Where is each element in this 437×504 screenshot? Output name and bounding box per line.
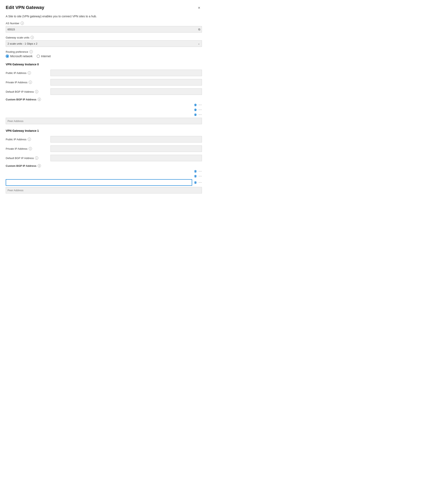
routing-option-internet[interactable]: Internet (37, 55, 51, 58)
instance1-default-bgp-label: Default BGP IP Address i (6, 156, 50, 160)
instance0-default-bgp-input[interactable] (50, 88, 202, 95)
instance0-default-bgp-info-icon[interactable]: i (35, 90, 38, 93)
instance1-private-ip-input-wrapper (50, 145, 202, 152)
instance0-bgp-row-3: ··· (6, 113, 202, 116)
instance0-bgp-delete-2-button[interactable] (194, 108, 197, 111)
as-number-field: AS Number i ⧉ (6, 21, 202, 33)
as-number-label: AS Number i (6, 21, 202, 25)
instance1-default-bgp-info-icon[interactable]: i (35, 156, 38, 160)
gateway-scale-select[interactable]: 1 scale unit - 500 Mbps x 2 2 scale unit… (6, 40, 202, 47)
instance0-private-ip-info-icon[interactable]: i (29, 81, 32, 84)
instance1-public-ip-input[interactable] (50, 136, 202, 142)
instance1-bgp-row-2: ··· (6, 174, 202, 178)
as-number-info-icon[interactable]: i (20, 21, 24, 25)
instance1-private-ip-label: Private IP Address i (6, 147, 50, 150)
instance0-private-ip-label: Private IP Address i (6, 81, 50, 84)
instance0-private-ip-input[interactable] (50, 79, 202, 86)
routing-preference-info-icon[interactable]: i (30, 50, 33, 53)
copy-icon[interactable]: ⧉ (198, 28, 200, 31)
instance1-default-bgp-input-wrapper (50, 155, 202, 161)
instance1-private-ip-row: Private IP Address i (6, 145, 202, 152)
instance0-bgp-dots-3-button[interactable]: ··· (199, 113, 202, 116)
trash-icon (194, 181, 197, 184)
instance1-default-bgp-input[interactable] (50, 155, 202, 161)
instance1-heading: VPN Gateway Instance 1 (6, 129, 202, 132)
routing-preference-label: Routing preference i (6, 50, 202, 53)
instance0-default-bgp-label: Default BGP IP Address i (6, 90, 50, 93)
instance0-public-ip-input[interactable] (50, 70, 202, 76)
instance0-bgp-row-1: ··· (6, 103, 202, 107)
instance0-peer-address-row (6, 118, 202, 124)
instance1-public-ip-input-wrapper (50, 136, 202, 142)
trash-icon (194, 170, 197, 173)
instance0-heading: VPN Gateway Instance 0 (6, 63, 202, 66)
instance1-private-ip-info-icon[interactable]: i (29, 147, 32, 150)
panel-description: A Site to site (VPN gateway) enables you… (6, 15, 202, 18)
panel-header: Edit VPN Gateway × (6, 5, 202, 10)
instance0-private-ip-input-wrapper (50, 79, 202, 86)
instance1-bgp-active-row: ··· (6, 179, 202, 186)
instance1-public-ip-label: Public IP Address i (6, 138, 50, 141)
instance0-default-bgp-input-wrapper (50, 88, 202, 95)
instance1-bgp-delete-1-button[interactable] (194, 170, 197, 173)
instance1-public-ip-row: Public IP Address i (6, 136, 202, 142)
instance0-bgp-delete-3-button[interactable] (194, 113, 197, 116)
instance1-bgp-row-1: ··· (6, 170, 202, 173)
routing-option-microsoft[interactable]: Microsoft network (6, 55, 33, 58)
instance0-public-ip-input-wrapper (50, 70, 202, 76)
as-number-input-wrapper: ⧉ (6, 26, 202, 33)
instance0-peer-address-input[interactable] (6, 118, 202, 124)
instance1-bgp-dots-2-button[interactable]: ··· (199, 174, 202, 178)
instance1-custom-bgp-label: Custom BGP IP Address i (6, 164, 202, 167)
radio-internet (37, 55, 40, 58)
instance0-custom-bgp-info-icon[interactable]: i (38, 98, 41, 101)
trash-icon (194, 113, 197, 116)
routing-preference-field: Routing preference i Microsoft network I… (6, 50, 202, 58)
instance1-bgp-delete-2-button[interactable] (194, 174, 197, 178)
instance0-bgp-dots-2-button[interactable]: ··· (199, 108, 202, 111)
instance1-private-ip-input[interactable] (50, 145, 202, 152)
instance0-default-bgp-row: Default BGP IP Address i (6, 88, 202, 95)
instance1-peer-address-input[interactable] (6, 187, 202, 193)
instance0-public-ip-label: Public IP Address i (6, 71, 50, 75)
close-button[interactable]: × (196, 5, 202, 10)
gateway-scale-field: Gateway scale units i 1 scale unit - 500… (6, 36, 202, 47)
instance1-bgp-dots-active-button[interactable]: ··· (199, 181, 202, 184)
instance1-bgp-active-input[interactable] (6, 179, 192, 186)
instance0-bgp-row-2: ··· (6, 108, 202, 111)
gateway-scale-label: Gateway scale units i (6, 36, 202, 39)
trash-icon (194, 174, 197, 178)
instance0-bgp-delete-1-button[interactable] (194, 103, 197, 107)
gateway-scale-info-icon[interactable]: i (30, 36, 34, 39)
instance1-default-bgp-row: Default BGP IP Address i (6, 155, 202, 161)
instance1-public-ip-info-icon[interactable]: i (28, 138, 31, 141)
gateway-scale-select-wrapper: 1 scale unit - 500 Mbps x 2 2 scale unit… (6, 40, 202, 47)
instance0-bgp-dots-1-button[interactable]: ··· (199, 103, 202, 107)
instance1-bgp-delete-active-button[interactable] (194, 181, 197, 184)
edit-vpn-gateway-panel: Edit VPN Gateway × A Site to site (VPN g… (0, 0, 208, 240)
trash-icon (194, 103, 197, 107)
panel-title: Edit VPN Gateway (6, 5, 44, 10)
instance0-public-ip-row: Public IP Address i (6, 70, 202, 76)
trash-icon (194, 108, 197, 111)
routing-preference-options: Microsoft network Internet (6, 55, 202, 58)
instance0-public-ip-info-icon[interactable]: i (28, 71, 31, 75)
instance0-custom-bgp-label: Custom BGP IP Address i (6, 98, 202, 101)
as-number-input[interactable] (6, 26, 202, 33)
instance1-bgp-dots-1-button[interactable]: ··· (199, 170, 202, 173)
radio-microsoft (6, 55, 9, 58)
instance1-peer-address-row (6, 187, 202, 193)
instance1-custom-bgp-info-icon[interactable]: i (38, 164, 41, 167)
instance0-private-ip-row: Private IP Address i (6, 79, 202, 86)
